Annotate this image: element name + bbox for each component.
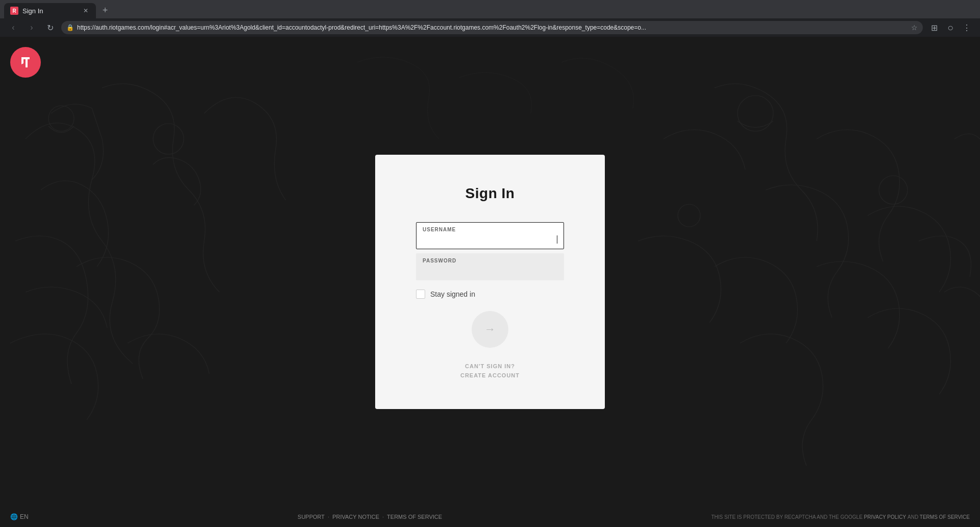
tab-title: Sign In xyxy=(22,7,78,15)
privacy-policy-link[interactable]: PRIVACY POLICY xyxy=(864,514,906,520)
create-account-link[interactable]: CREATE ACCOUNT xyxy=(416,372,564,378)
extensions-button[interactable]: ⊞ xyxy=(927,20,941,35)
lock-icon: 🔒 xyxy=(66,24,74,31)
submit-btn-container: → xyxy=(416,311,564,348)
refresh-button[interactable]: ↻ xyxy=(43,20,57,35)
stay-signed-in-checkbox[interactable] xyxy=(416,290,425,299)
privacy-notice-link[interactable]: PRIVACY NOTICE xyxy=(332,514,379,520)
terms-link[interactable]: TERMS OF SERVICE xyxy=(920,514,970,520)
more-button[interactable]: ⋮ xyxy=(960,20,974,35)
bottom-links: SUPPORT · PRIVACY NOTICE · TERMS OF SERV… xyxy=(298,514,442,520)
support-link[interactable]: SUPPORT xyxy=(298,514,325,520)
cant-sign-in-link[interactable]: CAN'T SIGN IN? xyxy=(416,363,564,369)
bottom-bar: 🌐 EN SUPPORT · PRIVACY NOTICE · TERMS OF… xyxy=(0,507,980,527)
riot-logo xyxy=(10,47,41,78)
username-input-container[interactable]: USERNAME xyxy=(416,222,564,249)
tab-favicon: R xyxy=(10,7,18,15)
username-form-group: USERNAME xyxy=(416,222,564,249)
globe-icon: 🌐 xyxy=(10,513,18,520)
arrow-right-icon: → xyxy=(484,323,496,336)
language-selector[interactable]: 🌐 EN xyxy=(10,513,29,520)
stay-signed-in-label: Stay signed in xyxy=(430,290,475,298)
active-tab[interactable]: R Sign In ✕ xyxy=(4,3,96,18)
stay-signed-in-row: Stay signed in xyxy=(416,290,564,299)
terms-of-service-link[interactable]: TERMS OF SERVICE xyxy=(387,514,442,520)
username-label: USERNAME xyxy=(423,227,557,232)
address-bar[interactable]: 🔒 https://auth.riotgames.com/login#acr_v… xyxy=(61,21,923,34)
address-text: https://auth.riotgames.com/login#acr_val… xyxy=(77,24,908,31)
password-form-group: PASSWORD xyxy=(416,253,564,280)
text-cursor xyxy=(557,235,557,244)
login-title: Sign In xyxy=(416,185,564,202)
browser-chrome: R Sign In ✕ + ‹ › ↻ 🔒 https://auth.riotg… xyxy=(0,0,980,37)
profile-button[interactable]: ○ xyxy=(943,20,958,35)
recaptcha-text: THIS SITE IS PROTECTED BY RECAPTCHA AND … xyxy=(711,514,864,520)
back-button[interactable]: ‹ xyxy=(6,20,20,35)
forward-button[interactable]: › xyxy=(24,20,39,35)
submit-button[interactable]: → xyxy=(472,311,508,348)
lang-label: EN xyxy=(20,513,29,520)
password-label: PASSWORD xyxy=(423,258,557,264)
password-input-container[interactable]: PASSWORD xyxy=(416,253,564,280)
password-input[interactable] xyxy=(423,266,557,276)
bottom-left: 🌐 EN xyxy=(10,513,29,520)
tab-bar: R Sign In ✕ + xyxy=(0,0,980,18)
login-modal: Sign In USERNAME PASSWORD Stay signed in xyxy=(375,155,605,409)
tab-close-button[interactable]: ✕ xyxy=(82,7,90,15)
modal-footer: CAN'T SIGN IN? CREATE ACCOUNT xyxy=(416,363,564,378)
bookmark-button[interactable]: ☆ xyxy=(911,23,918,32)
username-input[interactable] xyxy=(423,234,557,245)
nav-right-icons: ⊞ ○ ⋮ xyxy=(927,20,974,35)
bottom-right: THIS SITE IS PROTECTED BY RECAPTCHA AND … xyxy=(711,514,970,520)
nav-bar: ‹ › ↻ 🔒 https://auth.riotgames.com/login… xyxy=(0,18,980,37)
new-tab-button[interactable]: + xyxy=(98,3,112,17)
page-content: Sign In USERNAME PASSWORD Stay signed in xyxy=(0,37,980,527)
